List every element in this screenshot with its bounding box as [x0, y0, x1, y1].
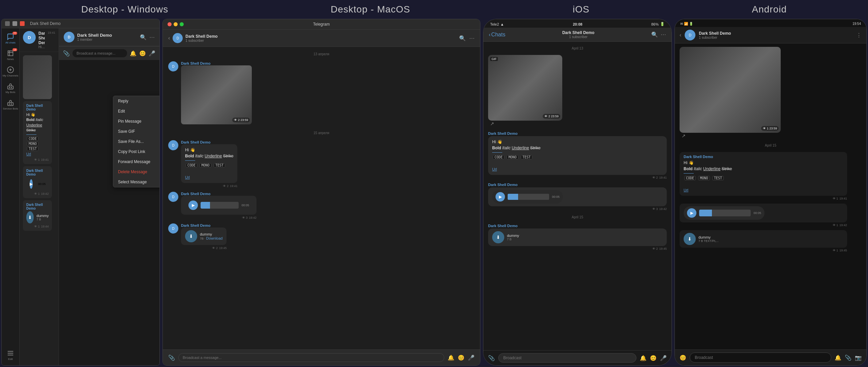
mac-minimize-btn[interactable]: [174, 22, 178, 26]
mic-icon[interactable]: 🎤: [468, 355, 475, 361]
svg-point-4: [9, 104, 10, 104]
ios-text: Hi 👋 Bold Italic Underline Strike CODE M…: [492, 139, 663, 172]
macos-image: [181, 65, 252, 124]
macos-play-btn[interactable]: ▶: [188, 201, 198, 210]
win-close[interactable]: [20, 21, 25, 26]
ios-emoji-icon[interactable]: 😊: [650, 355, 657, 361]
sidebar-item-service-bots[interactable]: Service Bots: [2, 97, 19, 112]
sidebar-item-channels[interactable]: My Channels: [2, 64, 19, 79]
android-file-msg: ⬇ dummy 7 B TEXT/PL... 👁 119:45: [680, 230, 847, 252]
mac-close-btn[interactable]: [168, 22, 172, 26]
audio-bubble: ▶ 00:05: [26, 177, 49, 191]
macos-text-footer: 👁 219:41: [181, 184, 237, 188]
sidebar-item-all-chats[interactable]: 77 All chats: [2, 31, 19, 46]
android-play-btn[interactable]: ▶: [687, 208, 696, 218]
back-icon[interactable]: ‹: [168, 35, 170, 41]
windows-label: Desktop - Windows: [81, 4, 168, 15]
ios-share-icon[interactable]: ↗: [490, 121, 494, 126]
bell-icon[interactable]: 🔔: [130, 50, 137, 57]
android-bell-icon[interactable]: 🔔: [835, 355, 841, 361]
ios-mic-icon[interactable]: 🎤: [660, 355, 667, 361]
msg-sender: Dark Shell Demo: [26, 104, 49, 111]
ios-gif-image: GIF 👁 2 23:59: [488, 55, 562, 121]
play-button[interactable]: ▶: [30, 179, 33, 189]
android-camera-icon[interactable]: 📷: [855, 355, 862, 361]
android-more-icon[interactable]: ⋮: [856, 32, 862, 38]
context-edit[interactable]: Edit: [113, 106, 159, 116]
context-delete[interactable]: Delete Message: [113, 167, 159, 177]
mac-maximize-btn[interactable]: [180, 22, 184, 26]
macos-input-field[interactable]: [178, 353, 444, 362]
macos-file-msg: D Dark Shell Demo ⬇ dummy 7B · Download: [168, 223, 475, 250]
context-copy-link[interactable]: Copy Post Link: [113, 147, 159, 157]
context-pin[interactable]: Pin Message: [113, 116, 159, 126]
android-input-field[interactable]: [690, 353, 831, 363]
search-icon[interactable]: 🔍: [140, 34, 147, 40]
ios-file-sender: Dark Shell Demo: [488, 224, 667, 228]
ios-bell-icon[interactable]: 🔔: [640, 355, 647, 361]
win-title: Dark Shell Demo: [30, 21, 61, 26]
attachment-icon[interactable]: 📎: [63, 50, 70, 57]
macos-chat-avatar: D: [173, 33, 183, 43]
context-reply[interactable]: Reply: [113, 96, 159, 106]
ios-date-1: April 13: [488, 47, 667, 50]
sidebar-label-edit: Edit: [8, 358, 13, 361]
chat-avatar: D: [23, 31, 36, 44]
bell-icon[interactable]: 🔔: [448, 355, 454, 361]
ios-more-icon[interactable]: ⋯: [661, 31, 666, 38]
sidebar-item-edit[interactable]: Edit: [2, 347, 19, 363]
android-file-footer: 👁 119:45: [680, 249, 847, 252]
search-icon[interactable]: 🔍: [459, 35, 466, 41]
macos-text: Hi 👋 Bold Italic Underline Strike CODE M…: [185, 147, 233, 180]
macos-window-buttons: [168, 22, 184, 26]
win-maximize[interactable]: [12, 21, 17, 26]
macos-file-bubble: ⬇ dummy 7B · Download: [181, 227, 227, 245]
android-chat-avatar: D: [685, 30, 695, 40]
android-chat-title: Dark Shell Demo: [699, 31, 853, 36]
ios-file-bubble: ⬇ dummy 7 B: [488, 228, 667, 246]
chat-name: Dark Shell Demo: [38, 31, 45, 45]
android-image: 👁 1 23:59: [680, 47, 781, 133]
ios-gif-overlay: 👁 2 23:59: [543, 114, 560, 119]
android-messages: 👁 1 23:59 ↗ April 15 Dark Shell Demo Hi …: [675, 43, 866, 349]
ios-attachment-icon[interactable]: 📎: [488, 355, 495, 361]
ios-audio: ▶ 00:05: [492, 190, 563, 204]
android-emoji-icon[interactable]: 😊: [680, 355, 686, 361]
ios-input-field[interactable]: [498, 353, 636, 363]
more-icon[interactable]: ⋯: [149, 34, 155, 40]
sidebar-item-news[interactable]: 14 News: [2, 48, 19, 63]
emoji-icon[interactable]: 😊: [139, 50, 146, 57]
mic-icon[interactable]: 🎤: [149, 50, 155, 57]
win-minimize[interactable]: [5, 21, 10, 26]
sidebar-item-my-bots[interactable]: My Bots: [2, 81, 19, 96]
macos-input-bar: 📎 🔔 😊 🎤: [163, 349, 480, 365]
context-menu: Reply Edit Pin Message Save GIF Save Fil…: [113, 96, 159, 187]
emoji-icon[interactable]: 😊: [458, 355, 465, 361]
android-waveform: [699, 210, 751, 216]
context-forward[interactable]: Forward Message: [113, 157, 159, 167]
android-back-icon[interactable]: ‹: [680, 32, 681, 38]
windows-input[interactable]: [72, 49, 127, 57]
svg-rect-3: [8, 102, 13, 105]
android-date: April 15: [680, 144, 862, 147]
context-save-file[interactable]: Save File As...: [113, 136, 159, 147]
android-file-icon: ⬇: [684, 233, 696, 245]
android-file: ⬇ dummy 7 B TEXT/PL...: [684, 233, 843, 245]
chat-meta: 19:41: [48, 31, 55, 49]
attachment-icon[interactable]: 📎: [168, 355, 175, 361]
ios-play-btn[interactable]: ▶: [496, 192, 505, 202]
context-save-gif[interactable]: Save GIF: [113, 126, 159, 136]
macos-text-name: Dark Shell Demo: [181, 140, 237, 144]
ios-gif-msg: GIF 👁 2 23:59 ↗: [488, 55, 667, 127]
chat-preview: Hi 👋: [38, 45, 45, 49]
ios-search-icon[interactable]: 🔍: [651, 31, 658, 38]
chat-list-item[interactable]: D Dark Shell Demo Hi 👋 19:41: [20, 28, 59, 52]
ios-time: 20:08: [573, 22, 582, 26]
macos-file: ⬇ dummy 7B · Download: [185, 230, 222, 242]
ios-audio-sender: Dark Shell Demo: [488, 183, 667, 187]
context-select[interactable]: Select Message: [113, 177, 159, 187]
android-share-icon[interactable]: ↗: [682, 133, 686, 139]
more-icon[interactable]: ⋯: [469, 35, 475, 41]
ios-back-btn[interactable]: ‹ Chats: [489, 32, 505, 38]
android-attachment-icon[interactable]: 📎: [845, 355, 851, 361]
